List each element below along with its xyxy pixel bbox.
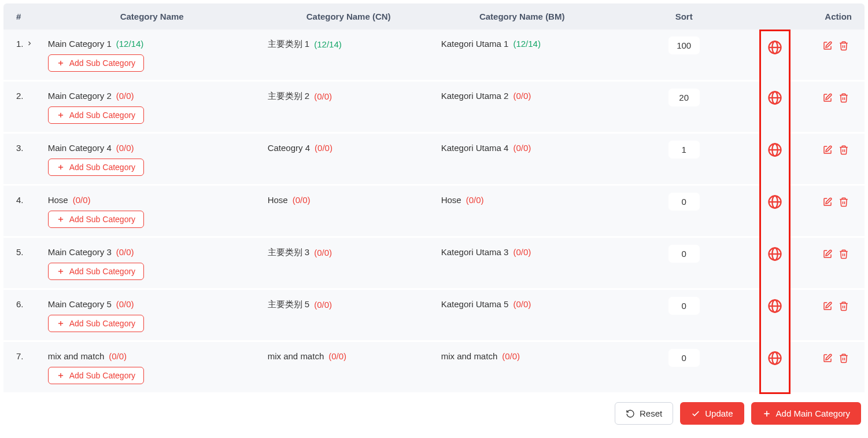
- delete-button[interactable]: [836, 350, 852, 366]
- delete-button[interactable]: [836, 194, 852, 210]
- edit-button[interactable]: [819, 90, 836, 106]
- category-ratio: (0/0): [116, 247, 134, 257]
- add-main-category-button[interactable]: Add Main Category: [751, 402, 861, 425]
- category-name-bm: Kategori Utama 4: [441, 143, 509, 153]
- sort-input[interactable]: [668, 297, 700, 315]
- globe-icon[interactable]: [767, 194, 783, 210]
- reset-icon: [626, 409, 635, 418]
- globe-icon[interactable]: [767, 142, 783, 158]
- header-bm: Category Name (BM): [435, 3, 609, 30]
- row-index: 2.: [3, 82, 42, 134]
- edit-button[interactable]: [819, 246, 836, 262]
- reset-button[interactable]: Reset: [615, 402, 673, 425]
- delete-button[interactable]: [836, 298, 852, 314]
- category-ratio: (0/0): [513, 247, 531, 257]
- sort-input[interactable]: [668, 141, 700, 159]
- add-sub-category-button[interactable]: Add Sub Category: [48, 106, 144, 124]
- category-ratio: (0/0): [116, 299, 134, 309]
- category-name-cn: 主要类别 3: [268, 247, 310, 258]
- table-row: 4. Hose (0/0)Add Sub CategoryHose (0/0)H…: [3, 186, 865, 238]
- update-label: Update: [705, 408, 733, 418]
- edit-button[interactable]: [819, 350, 836, 366]
- globe-icon[interactable]: [767, 350, 783, 366]
- category-ratio: (0/0): [109, 351, 127, 361]
- header-sort: Sort: [609, 3, 759, 30]
- footer-actions: Reset Update Add Main Category: [3, 394, 865, 428]
- category-name-cn: mix and match: [268, 351, 324, 361]
- category-name: Main Category 3: [48, 247, 112, 257]
- add-sub-category-button[interactable]: Add Sub Category: [48, 159, 144, 176]
- sort-input[interactable]: [668, 193, 700, 211]
- add-sub-category-button[interactable]: Add Sub Category: [48, 315, 144, 332]
- category-ratio: (0/0): [513, 91, 531, 101]
- row-index: 5.: [3, 238, 42, 290]
- table-row: 3. Main Category 4 (0/0)Add Sub Category…: [3, 134, 865, 186]
- category-name-cn: 主要类别 1: [268, 39, 310, 50]
- header-action: Action: [791, 3, 865, 30]
- delete-button[interactable]: [836, 246, 852, 262]
- add-sub-label: Add Sub Category: [69, 267, 135, 276]
- globe-icon[interactable]: [767, 90, 783, 106]
- table-row: 5. Main Category 3 (0/0)Add Sub Category…: [3, 238, 865, 290]
- category-name-bm: mix and match: [441, 351, 498, 361]
- category-name-bm: Kategori Utama 1: [441, 39, 509, 49]
- category-ratio: (0/0): [466, 195, 484, 205]
- category-ratio: (0/0): [116, 91, 134, 101]
- sort-input[interactable]: [668, 245, 700, 263]
- row-index: 1.: [3, 30, 42, 82]
- category-ratio: (0/0): [314, 91, 332, 101]
- add-sub-category-button[interactable]: Add Sub Category: [48, 263, 144, 280]
- add-sub-label: Add Sub Category: [69, 371, 135, 380]
- add-sub-category-button[interactable]: Add Sub Category: [48, 54, 144, 72]
- check-icon: [691, 409, 700, 418]
- category-ratio: (0/0): [314, 248, 332, 257]
- sort-input[interactable]: [668, 89, 700, 106]
- edit-button[interactable]: [819, 38, 836, 54]
- globe-icon[interactable]: [767, 39, 783, 56]
- delete-button[interactable]: [836, 38, 852, 54]
- category-ratio: (12/14): [314, 39, 342, 49]
- edit-button[interactable]: [819, 298, 836, 314]
- header-name: Category Name: [42, 3, 262, 30]
- delete-button[interactable]: [836, 142, 852, 158]
- add-sub-label: Add Sub Category: [69, 58, 135, 68]
- category-name: Main Category 4: [48, 143, 112, 153]
- add-sub-label: Add Sub Category: [69, 215, 135, 224]
- add-sub-label: Add Sub Category: [69, 319, 135, 328]
- category-ratio: (0/0): [328, 351, 346, 361]
- add-sub-category-button[interactable]: Add Sub Category: [48, 367, 144, 384]
- category-name-bm: Kategori Utama 5: [441, 299, 509, 309]
- header-index: #: [3, 3, 42, 30]
- row-index: 4.: [3, 186, 42, 238]
- delete-button[interactable]: [836, 90, 852, 106]
- globe-icon[interactable]: [767, 298, 783, 314]
- table-row: 6. Main Category 5 (0/0)Add Sub Category…: [3, 290, 865, 342]
- expand-toggle[interactable]: [26, 39, 36, 49]
- category-name-cn: 主要类别 2: [268, 91, 310, 102]
- category-ratio: (0/0): [314, 300, 332, 310]
- row-index: 3.: [3, 134, 42, 186]
- category-name: mix and match: [48, 351, 105, 361]
- add-main-label: Add Main Category: [776, 408, 850, 418]
- category-ratio: (12/14): [116, 39, 144, 49]
- category-name-bm: Hose: [441, 195, 461, 205]
- edit-button[interactable]: [819, 142, 836, 158]
- add-sub-category-button[interactable]: Add Sub Category: [48, 211, 144, 228]
- add-sub-label: Add Sub Category: [69, 111, 135, 120]
- globe-icon[interactable]: [767, 246, 783, 262]
- category-ratio: (0/0): [116, 143, 134, 153]
- row-index: 7.: [3, 342, 42, 394]
- sort-input[interactable]: [668, 349, 700, 367]
- update-button[interactable]: Update: [680, 402, 744, 425]
- sort-input[interactable]: [668, 36, 700, 54]
- category-name: Main Category 5: [48, 299, 112, 309]
- category-ratio: (0/0): [73, 195, 91, 205]
- table-row: 2. Main Category 2 (0/0)Add Sub Category…: [3, 82, 865, 134]
- category-name-bm: Kategori Utama 2: [441, 91, 509, 101]
- category-ratio: (0/0): [315, 143, 333, 153]
- category-name: Main Category 1: [48, 39, 112, 49]
- plus-icon: [762, 409, 771, 418]
- edit-button[interactable]: [819, 194, 836, 210]
- table-row: 7. mix and match (0/0)Add Sub Categorymi…: [3, 342, 865, 394]
- category-name-cn: Hose: [268, 195, 288, 205]
